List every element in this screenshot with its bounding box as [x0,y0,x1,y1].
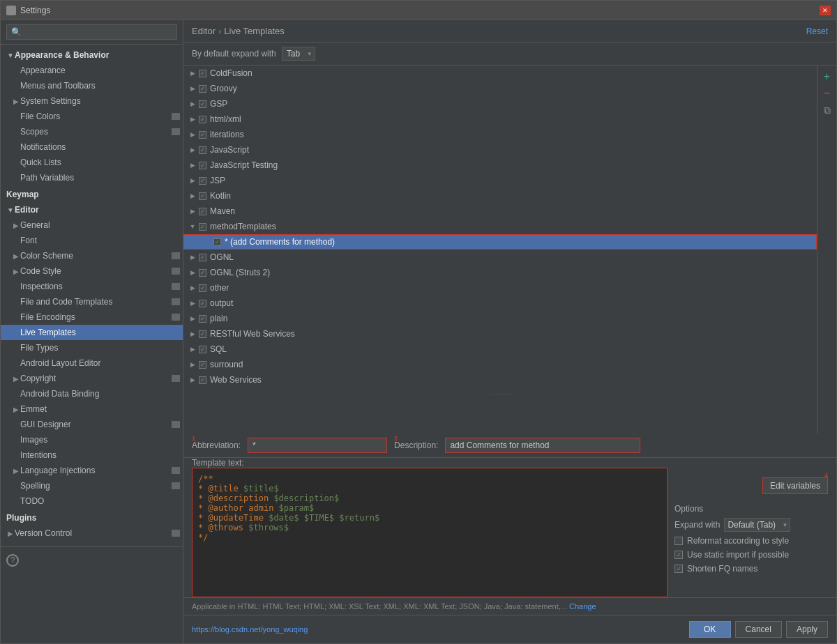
expand-arrow-icon: ▶ [12,374,20,383]
template-group-output[interactable]: ▶ ✓ output [183,296,817,311]
template-group-gsp[interactable]: ▶ ✓ GSP [183,96,817,112]
sidebar-item-copyright[interactable]: ▶ Copyright [1,371,183,386]
sidebar-item-spelling[interactable]: Spelling [1,478,183,493]
group-name: OGNL (Struts 2) [210,268,270,277]
apply-button[interactable]: Apply [786,621,828,638]
search-input[interactable] [6,24,177,40]
sidebar-item-images[interactable]: Images [1,432,183,447]
group-arrow-icon: ▶ [189,131,196,138]
template-group-plain[interactable]: ▶ ✓ plain [183,311,817,326]
template-code-box[interactable]: /** * @title $title$ * @description $des… [192,468,668,597]
description-input[interactable] [445,438,640,453]
sidebar-item-general[interactable]: ▶ General [1,217,183,233]
template-group-javascript[interactable]: ▶ ✓ JavaScript [183,142,817,158]
sidebar-item-label: Quick Lists [20,158,61,167]
static-import-checkbox[interactable]: ✓ [674,551,683,559]
sidebar-item-system-settings[interactable]: ▶ System Settings [1,93,183,109]
expand-select[interactable]: Tab [282,47,315,61]
template-item-add-comments[interactable]: ✓ * (add Comments for method) [183,234,817,250]
group-arrow-icon: ▶ [189,300,196,307]
group-name: output [210,298,233,308]
template-text-row: Template text: /** * @title $title$ * @d… [183,458,836,597]
sidebar-item-appearance[interactable]: Appearance [1,63,183,78]
template-group-maven[interactable]: ▶ ✓ Maven [183,204,817,219]
sidebar-item-label: Android Data Binding [20,389,99,399]
sidebar-item-file-types[interactable]: File Types [1,340,183,355]
template-group-jsp[interactable]: ▶ ✓ JSP [183,173,817,188]
abbreviation-input[interactable] [248,438,387,453]
cancel-button[interactable]: Cancel [735,621,782,638]
sidebar-item-menus-toolbars[interactable]: Menus and Toolbars [1,78,183,93]
sidebar-item-appearance-behavior[interactable]: ▼ Appearance & Behavior [1,47,183,63]
sidebar-item-android-data-binding[interactable]: Android Data Binding [1,386,183,401]
template-group-restful[interactable]: ▶ ✓ RESTful Web Services [183,326,817,342]
sidebar-item-inspections[interactable]: Inspections [1,279,183,294]
group-check: ✓ [197,329,207,339]
sidebar-item-label: Images [20,435,47,445]
group-check: ✓ [197,268,207,277]
help-icon[interactable]: ? [6,554,19,567]
template-group-web-services[interactable]: ▶ ✓ Web Services [183,372,817,388]
group-name: html/xml [210,114,241,124]
sidebar-item-scopes[interactable]: Scopes [1,124,183,139]
sidebar-item-file-colors[interactable]: File Colors [1,109,183,124]
template-group-htmlxml[interactable]: ▶ ✓ html/xml [183,112,817,127]
checkbox-shorten-fq[interactable]: ✓ Shorten FQ names [674,564,828,574]
sidebar-item-android-layout-editor[interactable]: Android Layout Editor [1,355,183,371]
template-group-javascript-testing[interactable]: ▶ ✓ JavaScript Testing [183,158,817,173]
sidebar-item-font[interactable]: Font [1,233,183,248]
ok-button[interactable]: OK [689,621,731,638]
sidebar-item-quick-lists[interactable]: Quick Lists [1,155,183,170]
group-arrow-icon: ▶ [189,346,196,353]
template-group-kotlin[interactable]: ▶ ✓ Kotlin [183,188,817,204]
drag-separator[interactable]: · · · · · · [183,388,817,401]
sidebar-item-label: Appearance & Behavior [15,50,109,60]
template-group-surround[interactable]: ▶ ✓ surround [183,357,817,372]
expand-with-select[interactable]: Default (Tab) [724,518,790,532]
sidebar-item-color-scheme[interactable]: ▶ Color Scheme [1,248,183,263]
breadcrumb-current: Live Templates [224,26,284,36]
add-template-button[interactable]: + [820,70,834,84]
template-group-ognl-struts[interactable]: ▶ ✓ OGNL (Struts 2) [183,265,817,280]
sidebar-item-file-encodings[interactable]: File Encodings [1,309,183,325]
template-group-iterations[interactable]: ▶ ✓ iterations [183,127,817,142]
sidebar-item-keymap[interactable]: Keymap [1,187,183,202]
sidebar-item-emmet[interactable]: ▶ Emmet [1,401,183,417]
group-check: ✓ [197,252,207,262]
copy-icon [172,530,180,537]
options-label: Options [674,504,703,514]
sidebar-item-label: Editor [15,205,39,215]
template-group-ognl[interactable]: ▶ ✓ OGNL [183,250,817,265]
template-group-method-templates[interactable]: ▼ ✓ methodTemplates [183,219,817,234]
sidebar-item-live-templates[interactable]: Live Templates [1,325,183,340]
group-check: ✓ [197,283,207,293]
sidebar-item-gui-designer[interactable]: GUI Designer [1,417,183,432]
close-button[interactable]: ✕ [820,6,831,15]
sidebar-item-todo[interactable]: TODO [1,493,183,509]
sidebar-item-plugins[interactable]: Plugins [1,510,183,526]
reformat-checkbox[interactable] [674,537,683,545]
sidebar-item-version-control[interactable]: ▶ Version Control [1,526,183,541]
template-group-sql[interactable]: ▶ ✓ SQL [183,342,817,357]
change-applicable-link[interactable]: Change [569,602,596,611]
template-group-groovy[interactable]: ▶ ✓ Groovy [183,81,817,96]
title-controls: ✕ [820,6,831,15]
sidebar-item-intentions[interactable]: Intentions [1,447,183,463]
sidebar-item-notifications[interactable]: Notifications [1,139,183,155]
shorten-fq-checkbox[interactable]: ✓ [674,565,683,573]
sidebar-item-language-injections[interactable]: ▶ Language Injections [1,463,183,478]
group-check: ✓ [197,314,207,323]
sidebar-item-path-variables[interactable]: Path Variables [1,170,183,185]
template-group-coldfusion[interactable]: ▶ ✓ ColdFusion [183,66,817,81]
checkbox-reformat[interactable]: Reformat according to style [674,536,828,546]
remove-template-button[interactable]: − [820,86,834,100]
sidebar-item-file-code-templates[interactable]: File and Code Templates [1,294,183,309]
template-group-other[interactable]: ▶ ✓ other [183,280,817,296]
reset-button[interactable]: Reset [806,26,828,36]
edit-variables-button[interactable]: Edit variables [762,477,828,494]
copy-template-button[interactable]: ⧉ [820,103,834,117]
sidebar-item-editor[interactable]: ▼ Editor [1,202,183,217]
footer-url: https://blog.csdn.net/yong_wuqing [192,625,308,634]
checkbox-static-import[interactable]: ✓ Use static import if possible [674,550,828,560]
sidebar-item-code-style[interactable]: ▶ Code Style [1,263,183,279]
